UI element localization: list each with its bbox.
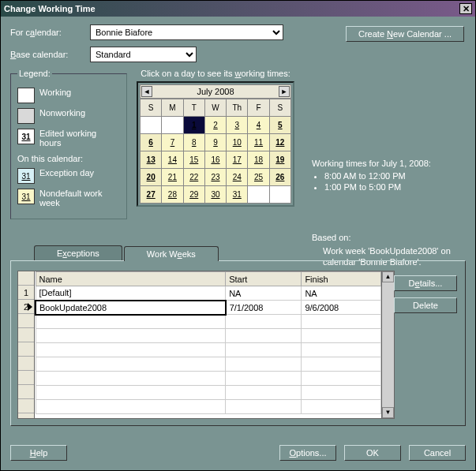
row-number[interactable] (18, 328, 34, 342)
cell-name[interactable] (36, 372, 226, 386)
calendar-day[interactable]: 14 (162, 151, 183, 169)
calendar-day[interactable]: 13 (141, 151, 162, 169)
delete-button[interactable]: Delete (394, 297, 457, 313)
table-row[interactable] (36, 400, 381, 414)
calendar-day[interactable]: 30 (204, 186, 226, 204)
row-number[interactable] (18, 314, 34, 328)
calendar-day[interactable]: 26 (269, 169, 290, 186)
cell-finish[interactable]: NA (302, 286, 381, 301)
cell-name[interactable]: BookUpdate2008 (36, 301, 226, 315)
cell-finish[interactable] (302, 357, 381, 372)
cell-start[interactable] (226, 315, 302, 329)
calendar-grid[interactable]: SMTWThFS 1234567891011121314151617181920… (140, 99, 291, 204)
cell-name[interactable] (36, 386, 226, 400)
col-name[interactable]: Name (36, 272, 226, 286)
calendar-day[interactable]: 29 (183, 186, 204, 204)
table-row[interactable] (36, 386, 381, 400)
base-calendar-select[interactable]: Standard (90, 47, 197, 62)
calendar-day[interactable]: 1 (183, 117, 204, 134)
ok-button[interactable]: OK (344, 445, 401, 461)
cell-finish[interactable] (302, 315, 381, 329)
row-number[interactable] (18, 371, 34, 385)
cell-start[interactable] (226, 329, 302, 343)
cell-start[interactable]: NA (226, 286, 302, 301)
cell-finish[interactable] (302, 400, 381, 414)
cell-start[interactable] (226, 357, 302, 372)
calendar-day[interactable]: 31 (227, 186, 248, 204)
col-start[interactable]: Start (226, 272, 302, 286)
row-number[interactable] (18, 399, 34, 413)
cell-finish[interactable] (302, 329, 381, 343)
tab-exceptions[interactable]: Exceptions (34, 245, 122, 260)
cancel-button[interactable]: Cancel (409, 445, 466, 461)
row-number[interactable] (18, 385, 34, 399)
calendar-day[interactable]: 12 (269, 134, 290, 151)
calendar-day[interactable]: 15 (183, 151, 204, 169)
calendar-dow: W (204, 99, 226, 117)
calendar-day[interactable]: 7 (162, 134, 183, 151)
scroll-down-button[interactable]: ▼ (382, 407, 394, 418)
next-month-button[interactable]: ► (279, 86, 290, 97)
cell-start[interactable] (226, 343, 302, 357)
cell-start[interactable]: 7/1/2008 (226, 301, 302, 315)
cell-name[interactable] (36, 343, 226, 357)
cell-finish[interactable] (302, 386, 381, 400)
table-row[interactable] (36, 372, 381, 386)
row-number[interactable]: 1 (18, 286, 34, 300)
calendar-day[interactable]: 2 (204, 117, 226, 134)
work-weeks-grid[interactable]: 12 Name Start Finish [Default]NANABookUp… (17, 271, 395, 419)
grid-scrollbar[interactable]: ▲ ▼ (382, 271, 395, 419)
close-button[interactable]: ✕ (459, 3, 472, 14)
calendar-day[interactable]: 24 (227, 169, 248, 186)
tab-work-weeks[interactable]: Work Weeks (124, 246, 219, 261)
calendar-day[interactable]: 19 (269, 151, 290, 169)
calendar-day[interactable]: 28 (162, 186, 183, 204)
options-button[interactable]: Options... (279, 445, 336, 461)
cell-start[interactable] (226, 372, 302, 386)
row-number[interactable] (18, 342, 34, 357)
help-button[interactable]: Help (10, 445, 67, 461)
calendar-day[interactable]: 5 (269, 117, 290, 134)
cell-finish[interactable]: 9/6/2008 (302, 301, 381, 315)
calendar-day[interactable]: 6 (141, 134, 162, 151)
calendar-day[interactable]: 22 (183, 169, 204, 186)
table-row[interactable]: BookUpdate20087/1/20089/6/2008 (36, 301, 381, 315)
table-row[interactable] (36, 343, 381, 357)
cell-start[interactable] (226, 400, 302, 414)
col-finish[interactable]: Finish (302, 272, 381, 286)
cell-name[interactable] (36, 329, 226, 343)
cell-name[interactable]: [Default] (36, 286, 226, 301)
table-row[interactable] (36, 357, 381, 372)
scroll-up-button[interactable]: ▲ (382, 271, 394, 282)
calendar-day[interactable]: 8 (183, 134, 204, 151)
calendar-day[interactable]: 27 (141, 186, 162, 204)
calendar-day[interactable]: 25 (248, 169, 269, 186)
calendar-day[interactable]: 18 (248, 151, 269, 169)
cell-name[interactable] (36, 400, 226, 414)
calendar-day[interactable]: 21 (162, 169, 183, 186)
table-row[interactable]: [Default]NANA (36, 286, 381, 301)
prev-month-button[interactable]: ◄ (141, 86, 152, 97)
cell-start[interactable] (226, 386, 302, 400)
calendar-day[interactable]: 23 (204, 169, 226, 186)
details-button[interactable]: Details... (394, 275, 457, 291)
cell-name[interactable] (36, 357, 226, 372)
table-row[interactable] (36, 315, 381, 329)
cell-finish[interactable] (302, 372, 381, 386)
row-number[interactable] (18, 357, 34, 371)
calendar-day[interactable]: 3 (227, 117, 248, 134)
table-row[interactable] (36, 329, 381, 343)
calendar-day[interactable]: 20 (141, 169, 162, 186)
cell-finish[interactable] (302, 343, 381, 357)
create-new-calendar-button[interactable]: Create New Calendar ... (346, 26, 464, 42)
calendar-day[interactable]: 10 (227, 134, 248, 151)
calendar-day[interactable]: 17 (227, 151, 248, 169)
calendar-day[interactable]: 4 (248, 117, 269, 134)
calendar-day[interactable]: 9 (204, 134, 226, 151)
nondefault-swatch: 31 (17, 189, 35, 204)
calendar-day[interactable]: 11 (248, 134, 269, 151)
cell-name[interactable] (36, 315, 226, 329)
row-number[interactable]: 2 (18, 300, 34, 314)
for-calendar-select[interactable]: Bonnie Biafore (90, 24, 283, 40)
calendar-day[interactable]: 16 (204, 151, 226, 169)
